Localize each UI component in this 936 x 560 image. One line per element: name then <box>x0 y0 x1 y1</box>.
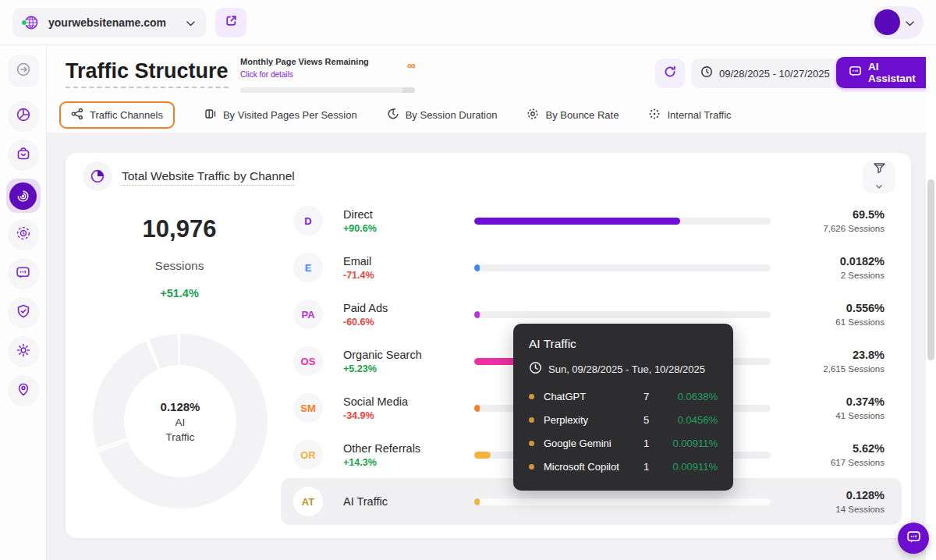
tab-visited-pages[interactable]: By Visited Pages Per Session <box>204 101 357 129</box>
external-link-icon <box>225 14 238 30</box>
channel-percent: 23.8% <box>771 349 885 361</box>
target-icon <box>526 108 539 122</box>
traffic-donut-chart[interactable]: 0.128% AI Traffic <box>93 334 268 509</box>
quota-widget: Monthly Page Views Remaining Click for d… <box>240 57 415 93</box>
report-tabs: Traffic Channels By Visited Pages Per Se… <box>59 101 732 129</box>
sidebar-item-ecommerce[interactable] <box>8 140 39 171</box>
channel-bar-fill <box>474 218 680 225</box>
tooltip-row-microsoft-copilot: Microsoft Copilot 1 0.00911% <box>529 455 718 478</box>
bullet-icon <box>529 464 534 470</box>
channel-name: Social Media <box>343 395 474 408</box>
app-root: yourwebsitename.com <box>0 0 936 560</box>
feedback-chat-button[interactable] <box>898 523 929 554</box>
channel-bar-track <box>474 498 771 505</box>
filter-button[interactable] <box>863 161 895 193</box>
enter-arrow-icon <box>16 62 31 80</box>
tooltip-title: AI Traffic <box>529 337 718 351</box>
tab-bounce-rate[interactable]: By Bounce Rate <box>526 101 619 129</box>
sidebar-item-sessions[interactable] <box>8 219 39 250</box>
tab-traffic-channels[interactable]: Traffic Channels <box>59 101 175 129</box>
bullet-icon <box>529 417 534 423</box>
channel-bar-fill <box>474 498 480 505</box>
bullet-icon <box>529 441 534 446</box>
site-name: yourwebsitename.com <box>48 16 177 29</box>
pages-icon <box>204 108 217 122</box>
duration-icon <box>387 108 399 122</box>
total-sessions-value: 10,976 <box>66 215 293 243</box>
quota-details-link[interactable]: Click for details <box>240 70 293 79</box>
pie-icon <box>83 161 112 191</box>
channel-bar-track <box>474 311 771 318</box>
filter-funnel-icon <box>873 162 886 177</box>
burst-icon <box>648 108 661 122</box>
website-selector[interactable]: yourwebsitename.com <box>12 8 206 37</box>
tooltip-date-range: Sun, 09/28/2025 - Tue, 10/28/2025 <box>548 363 705 375</box>
tab-internal-traffic[interactable]: Internal Traffic <box>648 101 731 129</box>
sidebar-item-expand[interactable] <box>8 55 39 87</box>
globe-status-icon <box>23 15 39 30</box>
sidebar-item-security[interactable] <box>8 297 39 328</box>
channel-row-direct[interactable]: D Direct +90.6% 69.5% 7,626 Sessions <box>281 197 902 244</box>
channel-avatar: AT <box>293 487 323 516</box>
channel-avatar: D <box>293 206 323 236</box>
channel-sessions: 14 Sessions <box>771 505 885 514</box>
channel-avatar: E <box>293 253 323 282</box>
ai-assistant-button[interactable]: AI Assistant <box>836 57 936 88</box>
radar-traffic-icon <box>9 183 37 210</box>
tab-session-duration[interactable]: By Session Duration <box>387 101 498 129</box>
channel-bar-fill <box>474 405 480 412</box>
sidebar-item-dashboard[interactable] <box>8 101 39 132</box>
channel-change: +14.3% <box>343 457 474 468</box>
traffic-by-channel-card: Total Website Traffic by Channel 10,976 … <box>66 153 911 538</box>
tab-label: By Visited Pages Per Session <box>223 109 357 121</box>
chevron-down-icon <box>876 178 882 192</box>
sidebar-item-geo[interactable] <box>8 375 39 406</box>
card-title: Total Website Traffic by Channel <box>122 169 295 183</box>
channel-row-email[interactable]: E Email -71.4% 0.0182% 2 Sessions <box>281 244 902 291</box>
channel-sessions: 617 Sessions <box>771 458 885 467</box>
dashed-clock-icon <box>16 225 31 244</box>
donut-center-label: 0.128% AI Traffic <box>124 365 236 477</box>
refresh-icon <box>663 65 677 82</box>
scrollbar-thumb[interactable] <box>927 179 934 360</box>
channel-bar-track <box>474 264 771 271</box>
status-dot <box>21 19 27 26</box>
channel-change: -60.6% <box>343 317 474 328</box>
channel-sessions: 61 Sessions <box>771 317 885 327</box>
pie-chart-icon <box>16 107 31 126</box>
channel-change: +90.6% <box>343 223 474 234</box>
total-change-badge: +51.4% <box>66 287 293 299</box>
sidebar-item-traffic-active[interactable] <box>6 179 41 213</box>
ai-assistant-label: AI Assistant <box>868 61 924 84</box>
tab-label: Internal Traffic <box>667 109 731 121</box>
channel-name: Paid Ads <box>343 302 474 314</box>
channel-name: Email <box>343 255 474 268</box>
user-menu[interactable] <box>870 6 924 39</box>
sidebar-item-settings[interactable] <box>8 336 39 367</box>
top-bar: yourwebsitename.com <box>0 0 936 45</box>
channel-bar-fill <box>474 311 480 318</box>
chat-icon <box>16 265 30 283</box>
avatar <box>874 9 900 35</box>
channel-name: Other Referrals <box>343 442 474 455</box>
channel-sessions: 2,615 Sessions <box>771 364 885 374</box>
channel-name: Organic Search <box>343 349 474 361</box>
page-header: Traffic Structure Monthly Page Views Rem… <box>47 45 936 133</box>
open-website-button[interactable] <box>215 8 246 37</box>
refresh-button[interactable] <box>655 58 685 88</box>
channel-avatar: SM <box>293 393 323 423</box>
channel-bar-track <box>474 218 771 225</box>
channel-bar-fill <box>474 452 491 459</box>
tab-label: Traffic Channels <box>90 109 163 121</box>
scrollbar-track <box>926 45 936 560</box>
tooltip-row-google-gemini: Google Gemini 1 0.00911% <box>529 431 718 455</box>
date-range-picker[interactable]: 09/28/2025 - 10/27/2025 <box>691 58 853 88</box>
content-area: Total Website Traffic by Channel 10,976 … <box>47 133 936 560</box>
channel-percent: 0.0182% <box>771 255 885 268</box>
chevron-down-icon <box>186 16 195 30</box>
sidebar-item-events[interactable] <box>8 258 39 289</box>
quota-progress-bar <box>240 87 415 93</box>
channel-bar-fill <box>474 264 480 271</box>
channel-avatar: PA <box>293 299 323 329</box>
ai-traffic-tooltip: AI Traffic Sun, 09/28/2025 - Tue, 10/28/… <box>513 324 733 491</box>
